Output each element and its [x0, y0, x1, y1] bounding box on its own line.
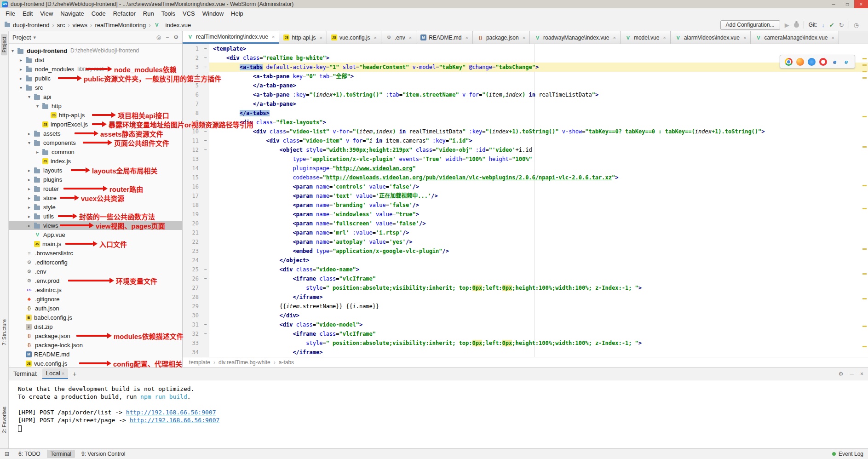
menu-file[interactable]: File	[2, 9, 19, 18]
chevron-right-icon[interactable]: ▸	[28, 186, 34, 191]
tree-item-duoji-frontend[interactable]: ▾duoji-frontendD:\zheheWeb\duoji-fronten…	[9, 46, 182, 55]
fold-marker[interactable]: −	[202, 265, 209, 274]
tree-item--editorconfig[interactable]: ⚙.editorconfig	[9, 258, 182, 267]
debug-icon[interactable]	[794, 23, 799, 28]
tree-item--env-prod[interactable]: ⚙.env.prod	[9, 276, 182, 285]
close-icon[interactable]: ×	[523, 35, 525, 40]
tab-vue-config-js[interactable]: JSvue.config.js×	[327, 31, 381, 44]
safari-icon[interactable]	[808, 58, 816, 66]
new-terminal-icon[interactable]: +	[73, 370, 76, 378]
ie-icon[interactable]: e	[831, 58, 839, 66]
tool-strip-7-structure[interactable]: 7: Structure	[1, 316, 7, 348]
stripe-mark[interactable]	[862, 185, 867, 186]
menu-view[interactable]: View	[36, 9, 57, 18]
close-icon[interactable]: ×	[663, 35, 666, 40]
tree-item--browserslistrc[interactable]: ≡.browserslistrc	[9, 248, 182, 258]
tree-item-common[interactable]: ▸common	[9, 147, 182, 156]
stripe-mark[interactable]	[862, 146, 867, 148]
tree-item-http[interactable]: ▾http	[9, 101, 182, 110]
history-icon[interactable]: ◷	[854, 22, 859, 29]
maximize-button[interactable]: □	[840, 0, 854, 8]
close-icon[interactable]: ×	[272, 34, 275, 40]
tree-item-router[interactable]: ▸router	[9, 184, 182, 193]
tree-item-babel-config-js[interactable]: Bbabel.config.js	[9, 313, 182, 322]
close-icon[interactable]: ×	[409, 35, 412, 40]
code-area[interactable]: 1−<template>2− <div class="realTime bg-w…	[183, 44, 868, 357]
close-icon[interactable]: ×	[860, 371, 863, 377]
tab-model-vue[interactable]: Vmodel.vue×	[621, 31, 671, 44]
chevron-right-icon[interactable]: ▸	[28, 168, 34, 173]
chevron-right-icon[interactable]: ▸	[28, 223, 34, 228]
tree-item-plugins[interactable]: ▸plugins	[9, 175, 182, 184]
tree-item--env[interactable]: ⚙.env	[9, 267, 182, 276]
menu-run[interactable]: Run	[139, 9, 158, 18]
stripe-mark[interactable]	[862, 208, 867, 209]
breadcrumb-item-template[interactable]: template	[189, 359, 210, 366]
tool-strip-2-favorites[interactable]: 2: Favorites	[1, 404, 7, 436]
chevron-down-icon[interactable]: ▾	[33, 34, 36, 40]
close-button[interactable]: ×	[854, 0, 868, 8]
tree-item-auth-json[interactable]: {}auth.json	[9, 304, 182, 313]
edge-icon[interactable]: e	[842, 58, 850, 66]
menu-edit[interactable]: Edit	[19, 9, 36, 18]
terminal-tab-local[interactable]: Local ×	[42, 368, 69, 379]
chevron-right-icon[interactable]: ▸	[28, 195, 34, 201]
minimize-icon[interactable]: ─	[850, 371, 854, 377]
tab--env[interactable]: ⚙.env×	[381, 31, 416, 44]
stripe-mark[interactable]	[862, 273, 867, 275]
chevron-right-icon[interactable]: ▸	[20, 57, 26, 63]
tree-item-package-json[interactable]: {}package.json	[9, 331, 182, 340]
tree-item-importExcel-js[interactable]: JSimportExcel.js	[9, 120, 182, 129]
statusbar-terminal[interactable]: Terminal	[47, 450, 75, 458]
tree-item--gitignore[interactable]: ◆.gitignore	[9, 294, 182, 304]
tree-item-http-api-js[interactable]: JShttp-api.js	[9, 110, 182, 120]
git-commit-icon[interactable]: ✔	[829, 22, 834, 29]
tree-item-node_modules[interactable]: ▸node_moduleslibrary root	[9, 64, 182, 74]
fold-marker[interactable]: −	[202, 145, 209, 155]
chevron-right-icon[interactable]: ▸	[20, 67, 26, 72]
terminal-link[interactable]: http://192.168.66.56:9007	[126, 409, 216, 416]
tree-item-main-js[interactable]: JSmain.js	[9, 239, 182, 248]
fold-marker[interactable]: −	[202, 329, 209, 339]
tab-package-json[interactable]: {}package.json×	[473, 31, 530, 44]
fold-marker[interactable]: −	[202, 274, 209, 283]
locate-icon[interactable]: ◎	[156, 34, 161, 40]
tree-item-utils[interactable]: ▸utils	[9, 212, 182, 221]
tree-item-package-lock-json[interactable]: {}package-lock.json	[9, 340, 182, 350]
chevron-right-icon[interactable]: ▸	[20, 76, 26, 81]
stripe-mark[interactable]	[862, 71, 867, 72]
tree-item-public[interactable]: ▸public	[9, 74, 182, 83]
breadcrumb-item-div-realTime-bg-white[interactable]: div.realTime.bg-white	[218, 359, 270, 366]
chevron-down-icon[interactable]: ▾	[28, 140, 34, 145]
tree-item-src[interactable]: ▾src	[9, 83, 182, 92]
close-icon[interactable]: ×	[319, 35, 322, 40]
minimize-button[interactable]: ─	[827, 0, 840, 8]
stripe-mark[interactable]	[862, 64, 867, 66]
menu-help[interactable]: Help	[227, 9, 247, 18]
tab-alarmVideos-index-vue[interactable]: ValarmVideos\index.vue×	[671, 31, 751, 44]
toolwindow-switcher-icon[interactable]: ⊞	[5, 451, 9, 457]
stripe-mark[interactable]	[862, 116, 867, 117]
gear-icon[interactable]: ⚙	[173, 34, 178, 40]
fold-marker[interactable]: −	[202, 136, 209, 145]
tab-README-md[interactable]: MREADME.md×	[416, 31, 473, 44]
editor-pane[interactable]: 1−<template>2− <div class="realTime bg-w…	[183, 44, 868, 357]
tool-strip-project[interactable]: Project	[1, 34, 7, 55]
chevron-right-icon[interactable]: ▸	[28, 131, 34, 136]
chrome-icon[interactable]	[785, 58, 793, 66]
menu-vcs[interactable]: VCS	[179, 9, 199, 18]
opera-icon[interactable]	[819, 58, 827, 66]
tab-realTimeMonitoring-index-vue[interactable]: VrealTimeMonitoring\index.vue×	[183, 31, 279, 44]
breadcrumb-item-duoji-frontend[interactable]: duoji-frontend	[13, 22, 50, 29]
tree-item-store[interactable]: ▸store	[9, 193, 182, 202]
terminal-output[interactable]: Note that the development build is not o…	[9, 380, 868, 448]
chevron-right-icon[interactable]: ▸	[28, 177, 34, 182]
chevron-down-icon[interactable]: ▾	[11, 48, 17, 53]
menu-navigate[interactable]: Navigate	[57, 9, 87, 18]
fold-marker[interactable]: −	[202, 44, 209, 53]
fold-marker[interactable]: −	[202, 53, 209, 63]
tab-roadwayManage-index-vue[interactable]: VroadwayManage\index.vue×	[530, 31, 621, 44]
close-icon[interactable]: ×	[62, 371, 64, 376]
fold-marker[interactable]: −	[202, 320, 209, 329]
tree-item-App-vue[interactable]: VApp.vue	[9, 230, 182, 239]
